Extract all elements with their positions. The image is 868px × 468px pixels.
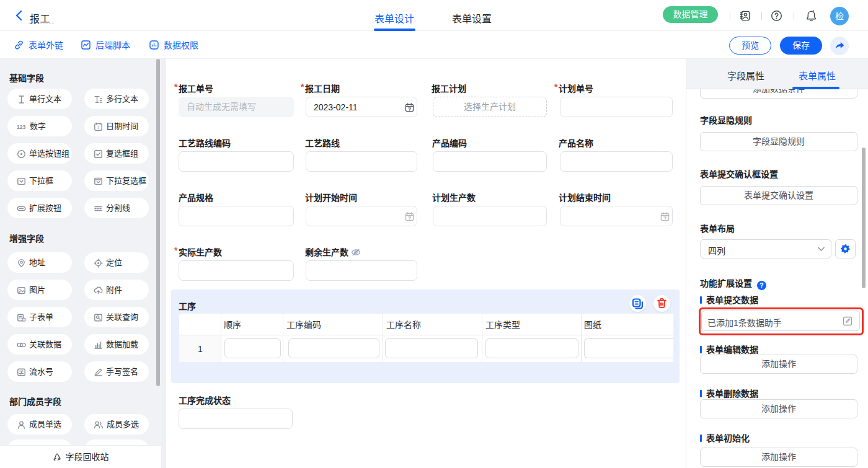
svg-text:7: 7 (97, 125, 99, 130)
svg-text:123: 123 (17, 124, 25, 130)
